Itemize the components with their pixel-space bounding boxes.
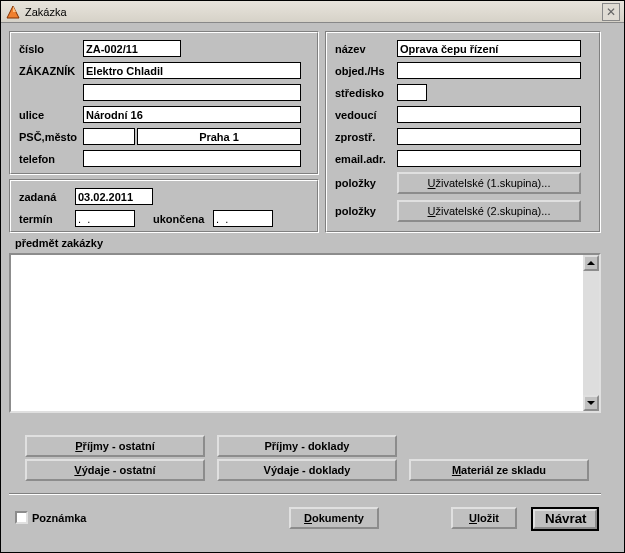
svg-marker-1 bbox=[13, 6, 16, 12]
ulice-input[interactable] bbox=[83, 106, 301, 123]
cislo-label: číslo bbox=[19, 43, 83, 55]
ulozit-text: ložit bbox=[477, 512, 499, 524]
vydaje-ostatni-text: ýdaje - ostatní bbox=[82, 464, 156, 476]
subject-textarea-wrap bbox=[9, 253, 601, 413]
telefon-input[interactable] bbox=[83, 150, 301, 167]
prijmy-doklady-button[interactable]: Příjmy - doklady bbox=[217, 435, 397, 457]
ukoncena-label: ukončena bbox=[153, 213, 213, 225]
zprostr-input[interactable] bbox=[397, 128, 581, 145]
stredisko-label: středisko bbox=[335, 87, 397, 99]
nazev-input[interactable] bbox=[397, 40, 581, 57]
vydaje-doklady-button[interactable]: Výdaje - doklady bbox=[217, 459, 397, 481]
details-group: název objed./Hs středisko vedoucí zprost… bbox=[325, 31, 601, 233]
arrow-down-icon bbox=[587, 401, 595, 405]
close-button[interactable]: ✕ bbox=[602, 3, 620, 21]
zadana-input[interactable] bbox=[75, 188, 153, 205]
user-group2-button[interactable]: Uživatelské (2.skupina)... bbox=[397, 200, 581, 222]
ulice-label: ulice bbox=[19, 109, 83, 121]
dates-group: zadaná termín ukončena bbox=[9, 179, 319, 233]
nazev-label: název bbox=[335, 43, 397, 55]
subject-textarea[interactable] bbox=[11, 255, 583, 411]
zadana-label: zadaná bbox=[19, 191, 75, 203]
termin-label: termín bbox=[19, 213, 75, 225]
dokumenty-text: okumenty bbox=[312, 512, 364, 524]
separator bbox=[9, 493, 601, 495]
ukoncena-input[interactable] bbox=[213, 210, 273, 227]
zakaznik-label: ZÁKAZNÍK bbox=[19, 65, 83, 77]
scroll-up-button[interactable] bbox=[583, 255, 599, 271]
email-input[interactable] bbox=[397, 150, 581, 167]
titlebar: Zakázka ✕ bbox=[1, 1, 624, 23]
psc-input[interactable] bbox=[83, 128, 135, 145]
prijmy-ostatni-text: říjmy - ostatní bbox=[83, 440, 155, 452]
material-text: ateriál ze skladu bbox=[461, 464, 546, 476]
dokumenty-button[interactable]: Dokumenty bbox=[289, 507, 379, 529]
objed-label: objed./Hs bbox=[335, 65, 397, 77]
scrollbar[interactable] bbox=[583, 255, 599, 411]
subject-label: předmět zakázky bbox=[15, 237, 103, 249]
poznamka-checkbox[interactable] bbox=[15, 511, 28, 524]
poznamka-checkbox-wrap[interactable]: Poznámka bbox=[15, 511, 86, 524]
user-group2-text: živatelské (2.skupina)... bbox=[436, 205, 551, 217]
polozky1-label: položky bbox=[335, 177, 397, 189]
prijmy-ostatni-button[interactable]: Příjmy - ostatní bbox=[25, 435, 205, 457]
ulozit-button[interactable]: Uložit bbox=[451, 507, 517, 529]
psc-label: PSČ,město bbox=[19, 131, 83, 143]
vydaje-ostatni-button[interactable]: Výdaje - ostatní bbox=[25, 459, 205, 481]
stredisko-input[interactable] bbox=[397, 84, 427, 101]
arrow-up-icon bbox=[587, 261, 595, 265]
customer-group: číslo ZÁKAZNÍK ulice PSČ,město bbox=[9, 31, 319, 175]
cislo-input[interactable] bbox=[83, 40, 181, 57]
mesto-input[interactable] bbox=[137, 128, 301, 145]
polozky2-label: položky bbox=[335, 205, 397, 217]
user-group1-text: živatelské (1.skupina)... bbox=[436, 177, 551, 189]
zakaznik-input[interactable] bbox=[83, 62, 301, 79]
zakaznik2-input[interactable] bbox=[83, 84, 301, 101]
telefon-label: telefon bbox=[19, 153, 83, 165]
app-icon bbox=[5, 4, 21, 20]
termin-input[interactable] bbox=[75, 210, 135, 227]
window-title: Zakázka bbox=[25, 6, 602, 18]
scroll-down-button[interactable] bbox=[583, 395, 599, 411]
navrat-text: ávrat bbox=[555, 511, 587, 526]
poznamka-label: Poznámka bbox=[32, 512, 86, 524]
prijmy-doklady-text: Příjmy - doklady bbox=[265, 440, 350, 452]
user-group1-button[interactable]: Uživatelské (1.skupina)... bbox=[397, 172, 581, 194]
navrat-button[interactable]: Návrat bbox=[531, 507, 599, 531]
vydaje-doklady-text: Výdaje - doklady bbox=[264, 464, 351, 476]
material-button[interactable]: Materiál ze skladu bbox=[409, 459, 589, 481]
vedouci-label: vedoucí bbox=[335, 109, 397, 121]
zprostr-label: zprostř. bbox=[335, 131, 397, 143]
objed-input[interactable] bbox=[397, 62, 581, 79]
vedouci-input[interactable] bbox=[397, 106, 581, 123]
email-label: email.adr. bbox=[335, 153, 397, 165]
order-window: Zakázka ✕ číslo ZÁKAZNÍK ulice bbox=[0, 0, 625, 553]
client-area: číslo ZÁKAZNÍK ulice PSČ,město bbox=[1, 23, 624, 552]
